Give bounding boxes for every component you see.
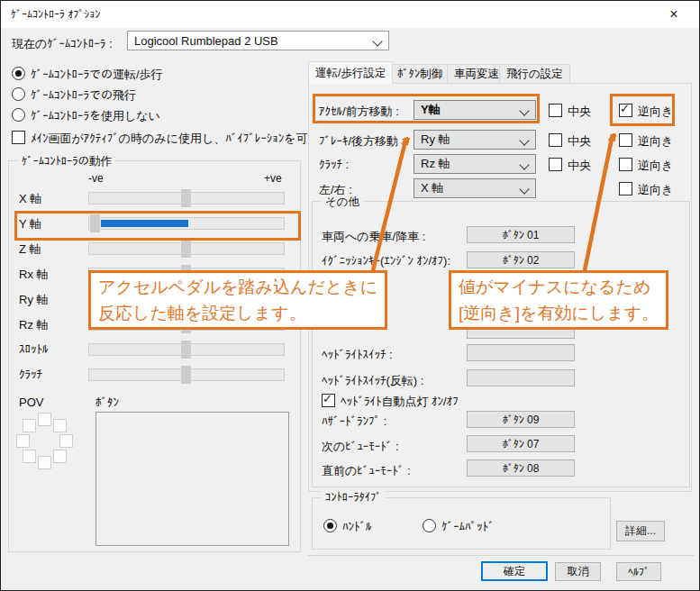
headlight-switch-label: ﾍｯﾄﾞﾗｲﾄｽｲｯﾁ : bbox=[322, 348, 393, 361]
next-view-mode-label: 次のﾋﾞｭｰﾓｰﾄﾞ : bbox=[322, 439, 399, 455]
hazard-lamp-label: ﾊｻﾞｰﾄﾞﾗﾝﾌﾟ : bbox=[322, 414, 386, 428]
axis-throttle-label: ｽﾛｯﾄﾙ bbox=[19, 342, 49, 356]
slider-thumb[interactable] bbox=[181, 240, 191, 258]
tab-label: 車両変速 bbox=[454, 67, 499, 82]
y-axis-highlight-box bbox=[14, 211, 301, 241]
neg-range-label: -ve bbox=[88, 172, 104, 185]
axis-z-label: Z 軸 bbox=[19, 241, 41, 258]
headlight-switch-invert-button[interactable] bbox=[467, 369, 575, 386]
checkbox-box bbox=[549, 104, 562, 117]
pov-left bbox=[16, 434, 30, 448]
ignition-key-button[interactable]: ﾎﾞﾀﾝ 02 bbox=[467, 251, 575, 268]
ok-button-label: 確定 bbox=[504, 564, 525, 579]
button-assignment: ﾎﾞﾀﾝ 09 bbox=[503, 414, 540, 426]
reverse-checkbox-highlight-box bbox=[610, 94, 675, 126]
slider-thumb[interactable] bbox=[181, 189, 191, 207]
close-icon[interactable]: × bbox=[663, 5, 685, 24]
previous-view-mode-button[interactable]: ﾎﾞﾀﾝ 08 bbox=[467, 459, 575, 477]
chevron-down-icon bbox=[519, 184, 529, 194]
axis-x-label: X 軸 bbox=[19, 191, 41, 207]
radio-handle-label: ﾊﾝﾄﾞﾙ bbox=[342, 520, 372, 533]
slider-thumb[interactable] bbox=[181, 341, 191, 359]
pov-label: POV bbox=[19, 396, 43, 409]
axis-callout-line2: 反応した軸を設定します。 bbox=[98, 300, 377, 326]
radio-drive-walk-circle bbox=[12, 67, 25, 80]
button-assignment: ﾎﾞﾀﾝ 01 bbox=[503, 229, 540, 241]
headlight-auto-checkbox[interactable]: ﾍｯﾄﾞﾗｲﾄ自動点灯 ｵﾝ/ｵﾌ bbox=[322, 394, 459, 410]
axis-rx-label: Rx 軸 bbox=[19, 267, 49, 283]
button-assignment: ﾎﾞﾀﾝ 02 bbox=[503, 254, 540, 267]
left-right-reverse-checkbox[interactable]: 逆向き bbox=[619, 182, 673, 198]
radio-no-controller-label: ｹﾞｰﾑｺﾝﾄﾛｰﾗを使用しない bbox=[31, 109, 160, 123]
vibration-checkbox-box bbox=[12, 131, 25, 144]
axis-rz-label: Rz 軸 bbox=[19, 317, 49, 333]
vibration-checkbox[interactable]: ﾒｲﾝ画面がｱｸﾃｨﾌﾞの時のみに使用し、ﾊﾞｲﾌﾞﾚｰｼｮﾝを可能にす bbox=[12, 131, 343, 147]
hazard-lamp-button[interactable]: ﾎﾞﾀﾝ 09 bbox=[467, 411, 575, 428]
axis-z-slider[interactable] bbox=[88, 242, 285, 255]
brake-reverse-checkbox[interactable]: 逆向き bbox=[619, 133, 673, 150]
buttons-label: ﾎﾞﾀﾝ bbox=[95, 396, 119, 409]
button-assignment: ﾎﾞﾀﾝ 07 bbox=[503, 438, 540, 450]
game-controller-options-dialog: ｹﾞｰﾑｺﾝﾄﾛｰﾗ ｵﾌﾟｼｮﾝ × 現在のｹﾞｰﾑｺﾝﾄﾛｰﾗ : Logi… bbox=[0, 0, 700, 591]
detail-button[interactable]: 詳細... bbox=[616, 521, 665, 541]
tab-label: ﾎﾞﾀﾝ制御 bbox=[397, 67, 442, 82]
accel-center-checkbox[interactable]: 中央 bbox=[549, 104, 591, 120]
reverse-label: 逆向き bbox=[638, 159, 673, 172]
tab-vehicle-shift[interactable]: 車両変速 bbox=[447, 64, 506, 84]
brake-center-checkbox[interactable]: 中央 bbox=[549, 133, 591, 150]
previous-view-mode-label: 直前のﾋﾞｭｰﾓｰﾄﾞ : bbox=[322, 463, 411, 479]
axis-clutch-label: ｸﾗｯﾁ bbox=[19, 368, 42, 381]
radio-gamepad[interactable]: ｹﾞｰﾑﾊﾟｯﾄﾞ bbox=[423, 519, 495, 533]
radio-gamepad-label: ｹﾞｰﾑﾊﾟｯﾄﾞ bbox=[441, 520, 495, 533]
radio-drive-walk[interactable]: ｹﾞｰﾑｺﾝﾄﾛｰﾗでの運転/歩行 bbox=[12, 67, 163, 83]
pov-down-right bbox=[53, 450, 67, 463]
axis-throttle-slider[interactable] bbox=[88, 343, 285, 356]
reverse-callout-line1: 値がマイナスになるため bbox=[459, 274, 659, 300]
pos-range-label: +ve bbox=[264, 172, 282, 185]
cancel-button[interactable]: 取消 bbox=[555, 562, 601, 581]
clutch-select[interactable]: Rz 軸 bbox=[414, 154, 536, 174]
axis-x-slider[interactable] bbox=[88, 192, 285, 205]
reverse-callout: 値がマイナスになるため [逆向き]を有効にします。 bbox=[449, 270, 668, 330]
axis-row-x: X 軸 bbox=[19, 187, 283, 209]
axis-clutch-slider[interactable] bbox=[88, 368, 285, 381]
tab-button-control[interactable]: ﾎﾞﾀﾝ制御 bbox=[390, 64, 450, 84]
left-right-value: X 軸 bbox=[421, 180, 443, 196]
slider-thumb[interactable] bbox=[181, 366, 191, 384]
clutch-label: ｸﾗｯﾁ : bbox=[319, 158, 349, 171]
axis-ry-label: Ry 軸 bbox=[19, 292, 49, 308]
checkbox-box bbox=[549, 133, 562, 147]
headlight-switch-invert-label: ﾍｯﾄﾞﾗｲﾄｽｲｯﾁ(反転) : bbox=[322, 373, 423, 389]
dialog-title: ｹﾞｰﾑｺﾝﾄﾛｰﾗ ｵﾌﾟｼｮﾝ bbox=[11, 8, 100, 21]
clutch-reverse-checkbox[interactable]: 逆向き bbox=[619, 158, 673, 174]
current-controller-value: Logicool Rumblepad 2 USB bbox=[134, 34, 278, 48]
enter-exit-vehicle-label: 車両への乗車/降車 : bbox=[322, 229, 425, 245]
left-right-select[interactable]: X 軸 bbox=[414, 178, 536, 198]
ok-button[interactable]: 確定 bbox=[481, 561, 548, 581]
controller-type-title: ｺﾝﾄﾛｰﾗﾀｲﾌﾟ bbox=[322, 491, 386, 504]
next-view-mode-button[interactable]: ﾎﾞﾀﾝ 07 bbox=[467, 435, 575, 452]
radio-flight[interactable]: ｹﾞｰﾑｺﾝﾄﾛｰﾗでの飛行 bbox=[12, 87, 136, 104]
radio-no-controller-circle bbox=[12, 108, 25, 122]
clutch-value: Rz 軸 bbox=[421, 156, 450, 172]
headlight-switch-button[interactable] bbox=[467, 344, 575, 361]
tab-drive-walk-settings[interactable]: 運転/歩行設定 bbox=[308, 61, 393, 84]
tab-label: 飛行の設定 bbox=[506, 67, 563, 82]
headlight-auto-label: ﾍｯﾄﾞﾗｲﾄ自動点灯 ｵﾝ/ｵﾌ bbox=[341, 395, 459, 408]
help-button[interactable]: ﾍﾙﾌﾟ bbox=[616, 562, 661, 581]
tab-label: 運転/歩行設定 bbox=[315, 66, 386, 81]
buttons-indicator-box bbox=[95, 412, 289, 546]
enter-exit-vehicle-button[interactable]: ﾎﾞﾀﾝ 01 bbox=[467, 226, 575, 243]
brake-backward-select[interactable]: Ry 軸 bbox=[414, 130, 536, 150]
tab-flight-settings[interactable]: 飛行の設定 bbox=[499, 64, 570, 84]
pov-down-left bbox=[23, 450, 36, 463]
chevron-down-icon bbox=[519, 135, 529, 145]
checkbox-box bbox=[619, 158, 632, 171]
pov-right bbox=[59, 434, 73, 448]
current-controller-select[interactable]: Logicool Rumblepad 2 USB bbox=[127, 31, 389, 50]
radio-handle[interactable]: ﾊﾝﾄﾞﾙ bbox=[323, 519, 372, 533]
accel-select-highlight-box bbox=[313, 94, 540, 123]
radio-no-controller[interactable]: ｹﾞｰﾑｺﾝﾄﾛｰﾗを使用しない bbox=[12, 108, 160, 124]
clutch-center-checkbox[interactable]: 中央 bbox=[549, 158, 591, 174]
radio-drive-walk-label: ｹﾞｰﾑｺﾝﾄﾛｰﾗでの運転/歩行 bbox=[31, 68, 163, 81]
